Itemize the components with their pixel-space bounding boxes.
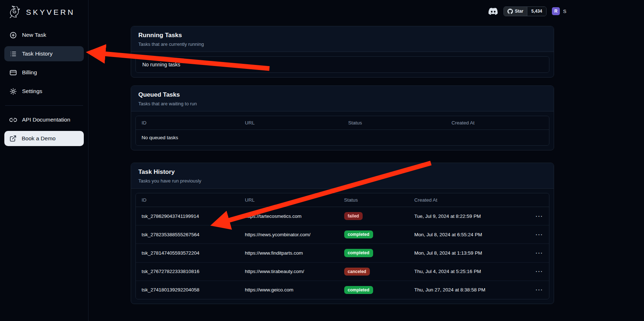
task-row[interactable]: tsk_276727822333810816 https://www.tirab… bbox=[136, 262, 549, 281]
task-created-at: Mon, Jul 8, 2024 at 6:55:24 PM bbox=[409, 225, 528, 244]
task-url: https://www.geico.com bbox=[239, 281, 338, 299]
book-a-demo-button[interactable]: Book a Demo bbox=[4, 131, 84, 146]
column-header-created-at: Created At bbox=[409, 193, 528, 207]
main-content: Running Tasks Tasks that are currently r… bbox=[131, 26, 554, 304]
external-link-icon bbox=[9, 135, 17, 142]
user-label: S bbox=[563, 9, 566, 14]
sidebar-item-label: Book a Demo bbox=[22, 135, 56, 142]
sidebar-divider bbox=[5, 105, 83, 106]
task-history-card: Task History Tasks you have run previous… bbox=[131, 163, 554, 304]
task-row[interactable]: tsk_278235388555267564 https://news.ycom… bbox=[136, 225, 549, 244]
column-header-id: ID bbox=[136, 116, 239, 130]
status-badge: canceled bbox=[344, 268, 370, 276]
card-subtitle: Tasks you have run previously bbox=[138, 178, 546, 184]
card-subtitle: Tasks that are waiting to run bbox=[138, 101, 546, 106]
running-tasks-body: No running tasks bbox=[131, 52, 554, 77]
task-row[interactable]: tsk_278629043741199914 https://tartecosm… bbox=[136, 207, 549, 225]
queued-tasks-body: ID URL Status Created At No queued tasks bbox=[131, 111, 554, 150]
sidebar-nav: New Task Task History Billing Settings bbox=[0, 22, 88, 150]
queued-tasks-table: ID URL Status Created At No queued tasks bbox=[135, 116, 549, 146]
more-menu-button[interactable]: ··· bbox=[536, 268, 543, 274]
task-id: tsk_278235388555267564 bbox=[136, 225, 239, 244]
running-tasks-table: No running tasks bbox=[135, 56, 549, 73]
sidebar-item-label: API Documentation bbox=[22, 116, 70, 123]
sidebar-item-new-task[interactable]: New Task bbox=[4, 27, 84, 43]
table-header-row: ID URL Status Created At bbox=[136, 193, 549, 207]
task-id: tsk_274180139292204058 bbox=[136, 281, 239, 299]
sidebar-item-label: New Task bbox=[22, 32, 46, 38]
task-created-at: Thu, Jun 27, 2024 at 8:38:58 PM bbox=[409, 281, 528, 299]
task-url: https://www.tirabeauty.com/ bbox=[239, 262, 338, 281]
task-url: https://news.ycombinator.com/ bbox=[239, 225, 338, 244]
status-badge: completed bbox=[344, 230, 373, 238]
discord-icon[interactable] bbox=[488, 8, 498, 15]
task-status-cell: failed bbox=[338, 207, 409, 225]
empty-state-message: No queued tasks bbox=[136, 130, 549, 146]
topbar-actions: Star 5,434 R S bbox=[488, 6, 566, 16]
more-menu-button[interactable]: ··· bbox=[536, 213, 543, 219]
column-header-status: Status bbox=[338, 193, 409, 207]
sidebar-item-settings[interactable]: Settings bbox=[4, 84, 84, 99]
avatar[interactable]: R bbox=[552, 7, 560, 15]
more-menu-button[interactable]: ··· bbox=[536, 287, 543, 293]
column-header-created-at: Created At bbox=[446, 116, 549, 130]
column-header-status: Status bbox=[342, 116, 446, 130]
queued-tasks-header: Queued Tasks Tasks that are waiting to r… bbox=[131, 86, 554, 111]
task-status-cell: completed bbox=[338, 281, 409, 299]
card-subtitle: Tasks that are currently running bbox=[138, 41, 546, 47]
task-history-header: Task History Tasks you have run previous… bbox=[131, 163, 554, 189]
more-menu-button[interactable]: ··· bbox=[536, 232, 543, 238]
task-actions-cell: ··· bbox=[528, 207, 549, 225]
more-menu-button[interactable]: ··· bbox=[536, 250, 543, 256]
sidebar-item-label: Settings bbox=[22, 88, 42, 94]
task-created-at: Thu, Jul 4, 2024 at 5:25:16 PM bbox=[409, 262, 528, 281]
task-history-body: ID URL Status Created At tsk_27862904374… bbox=[131, 189, 554, 304]
task-url: https://tartecosmetics.com bbox=[239, 207, 338, 225]
status-badge: completed bbox=[344, 249, 373, 257]
task-created-at: Mon, Jul 8, 2024 at 1:13:59 PM bbox=[409, 244, 528, 262]
task-actions-cell: ··· bbox=[528, 281, 549, 299]
skyvern-logo[interactable]: SKYVERN bbox=[0, 0, 88, 22]
sidebar: SKYVERN New Task Task History Billing bbox=[0, 0, 88, 321]
sidebar-item-api-documentation[interactable]: API Documentation bbox=[4, 112, 84, 127]
task-status-cell: completed bbox=[338, 225, 409, 244]
task-status-cell: completed bbox=[338, 244, 409, 262]
github-star-count: 5,434 bbox=[527, 7, 546, 16]
github-star-segment: Star bbox=[504, 7, 527, 16]
sidebar-item-label: Task History bbox=[22, 50, 52, 57]
card-title: Task History bbox=[138, 168, 546, 176]
list-icon bbox=[9, 50, 17, 58]
sidebar-item-billing[interactable]: Billing bbox=[4, 65, 84, 80]
running-tasks-card: Running Tasks Tasks that are currently r… bbox=[131, 26, 554, 78]
card-title: Running Tasks bbox=[138, 32, 546, 39]
credit-card-icon bbox=[9, 69, 17, 76]
task-actions-cell: ··· bbox=[528, 244, 549, 262]
link-icon bbox=[9, 116, 17, 124]
github-star-button[interactable]: Star 5,434 bbox=[503, 6, 546, 16]
column-header-id: ID bbox=[136, 193, 239, 207]
gear-icon bbox=[9, 88, 17, 95]
sidebar-item-task-history[interactable]: Task History bbox=[4, 46, 84, 61]
github-star-label: Star bbox=[515, 9, 523, 14]
skyvern-dragon-icon bbox=[7, 5, 22, 20]
card-title: Queued Tasks bbox=[138, 91, 546, 98]
task-actions-cell: ··· bbox=[528, 225, 549, 244]
task-status-cell: canceled bbox=[338, 262, 409, 281]
status-badge: failed bbox=[344, 212, 363, 220]
empty-row: No queued tasks bbox=[136, 130, 549, 146]
task-row[interactable]: tsk_274180139292204058 https://www.geico… bbox=[136, 281, 549, 299]
table-header-row: ID URL Status Created At bbox=[136, 116, 549, 130]
empty-state-message: No running tasks bbox=[136, 57, 549, 72]
task-actions-cell: ··· bbox=[528, 262, 549, 281]
task-created-at: Tue, Jul 9, 2024 at 8:22:59 PM bbox=[409, 207, 528, 225]
brand-name: SKYVERN bbox=[26, 8, 75, 17]
task-history-table: ID URL Status Created At tsk_27862904374… bbox=[135, 193, 549, 299]
task-url: https://www.finditparts.com bbox=[239, 244, 338, 262]
running-tasks-header: Running Tasks Tasks that are currently r… bbox=[131, 26, 554, 52]
column-header-actions bbox=[528, 193, 549, 207]
task-row[interactable]: tsk_278147405593572204 https://www.findi… bbox=[136, 244, 549, 262]
plus-circle-icon bbox=[9, 31, 17, 39]
sidebar-item-label: Billing bbox=[22, 69, 37, 76]
task-id: tsk_278629043741199914 bbox=[136, 207, 239, 225]
task-id: tsk_278147405593572204 bbox=[136, 244, 239, 262]
